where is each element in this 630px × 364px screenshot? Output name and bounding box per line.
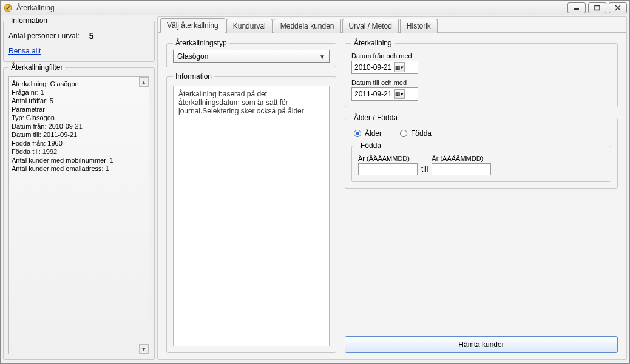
age-group-title: Ålder / Födda [351, 113, 400, 122]
type-select-value: Glasögon [177, 52, 208, 61]
born-from-input[interactable] [358, 163, 418, 175]
date-from-input[interactable]: 2010-09-21 ▦▾ [351, 61, 418, 74]
count-row: Antal personer i urval: 5 [8, 31, 149, 41]
recall-group: Återkallning Datum från och med 2010-09-… [345, 39, 618, 107]
info-text-title: Information [173, 72, 214, 81]
date-from-label: Datum från och med [351, 52, 611, 59]
age-radio-row: Ålder Födda [354, 129, 611, 138]
info-text: Återkallning baserad på det återkallning… [173, 86, 330, 346]
type-select[interactable]: Glasögon ▼ [173, 50, 330, 63]
radio-dot-icon [400, 130, 407, 137]
maximize-button[interactable] [588, 2, 606, 13]
svg-rect-2 [595, 5, 600, 10]
calendar-icon: ▦▾ [395, 64, 404, 70]
born-from-wrap: År (ÅÅÅÅMMDD) [358, 155, 418, 175]
minimize-button[interactable] [567, 2, 586, 13]
radio-dot-icon [354, 130, 361, 137]
type-group: Återkallningstyp Glasögon ▼ [166, 39, 336, 67]
info-text-group: Information Återkallning baserad på det … [166, 72, 336, 353]
tabstrip: Välj återkallning Kundurval Meddela kund… [158, 17, 626, 33]
tab-historik[interactable]: Historik [400, 19, 438, 33]
radio-fodda-label: Födda [411, 129, 432, 138]
app-window: Återkallning Information Antal personer … [0, 0, 630, 364]
app-icon [3, 3, 13, 13]
close-button[interactable] [609, 2, 627, 13]
born-to-input[interactable] [432, 163, 491, 175]
tab-urval-metod[interactable]: Urval / Metod [342, 19, 399, 33]
content: Information Antal personer i urval: 5 Re… [1, 15, 629, 363]
tab-meddela-kunden[interactable]: Meddela kunden [274, 19, 341, 33]
radio-alder[interactable]: Ålder [354, 129, 382, 138]
clear-all-link[interactable]: Rensa allt [8, 47, 41, 55]
between-word: till [421, 165, 428, 175]
date-from-picker-button[interactable]: ▦▾ [394, 62, 405, 72]
form-right-column: Återkallning Datum från och med 2010-09-… [345, 39, 618, 353]
born-from-label: År (ÅÅÅÅMMDD) [358, 155, 418, 162]
age-group: Ålder / Födda Ålder Födda [345, 113, 618, 189]
born-to-wrap: År (ÅÅÅÅMMDD) [432, 155, 491, 175]
tab-kundurval[interactable]: Kundurval [226, 19, 273, 33]
filter-group-title: Återkallningfilter [8, 63, 65, 72]
date-to-picker-button[interactable]: ▦▾ [394, 89, 405, 99]
form-left-column: Återkallningstyp Glasögon ▼ Information … [166, 39, 336, 353]
date-to-label: Datum till och med [351, 79, 611, 86]
date-to-value: 2011-09-21 [354, 90, 391, 98]
tab-valj-aterkallning[interactable]: Välj återkallning [160, 18, 225, 33]
window-title: Återkallning [16, 4, 565, 12]
type-group-title: Återkallningstyp [173, 39, 229, 47]
scroll-up-button[interactable]: ▴ [139, 77, 149, 87]
tab-body: Återkallningstyp Glasögon ▼ Information … [158, 33, 626, 359]
filter-group: Återkallningfilter ▴ Återkallning: Glasö… [3, 63, 155, 360]
radio-fodda[interactable]: Födda [400, 129, 432, 138]
count-value: 5 [89, 31, 94, 41]
radio-alder-label: Ålder [365, 129, 382, 138]
fetch-customers-button[interactable]: Hämta kunder [345, 336, 618, 353]
date-from-value: 2010-09-21 [354, 63, 391, 72]
info-group-title: Information [8, 16, 50, 25]
date-to-input[interactable]: 2011-09-21 ▦▾ [351, 87, 418, 101]
born-subgroup: Födda År (ÅÅÅÅMMDD) till År (ÅÅÅÅMMDD) [351, 141, 611, 182]
info-group: Information Antal personer i urval: 5 Re… [3, 16, 155, 62]
born-to-label: År (ÅÅÅÅMMDD) [432, 155, 491, 162]
born-range-row: År (ÅÅÅÅMMDD) till År (ÅÅÅÅMMDD) [358, 155, 605, 175]
titlebar: Återkallning [1, 1, 629, 15]
spacer [345, 189, 618, 336]
born-subgroup-title: Födda [358, 141, 384, 150]
filter-list[interactable]: ▴ Återkallning: Glasögon Fråga nr: 1 Ant… [8, 76, 149, 354]
calendar-icon: ▦▾ [395, 91, 404, 97]
recall-group-title: Återkallning [351, 39, 395, 47]
filter-lines: Återkallning: Glasögon Fråga nr: 1 Antal… [12, 79, 147, 173]
window-buttons [565, 2, 627, 13]
right-panel: Välj återkallning Kundurval Meddela kund… [157, 16, 627, 360]
left-panel: Information Antal personer i urval: 5 Re… [3, 16, 155, 360]
chevron-down-icon: ▼ [319, 53, 325, 60]
scroll-down-button[interactable]: ▾ [139, 344, 149, 354]
count-label: Antal personer i urval: [8, 32, 80, 40]
